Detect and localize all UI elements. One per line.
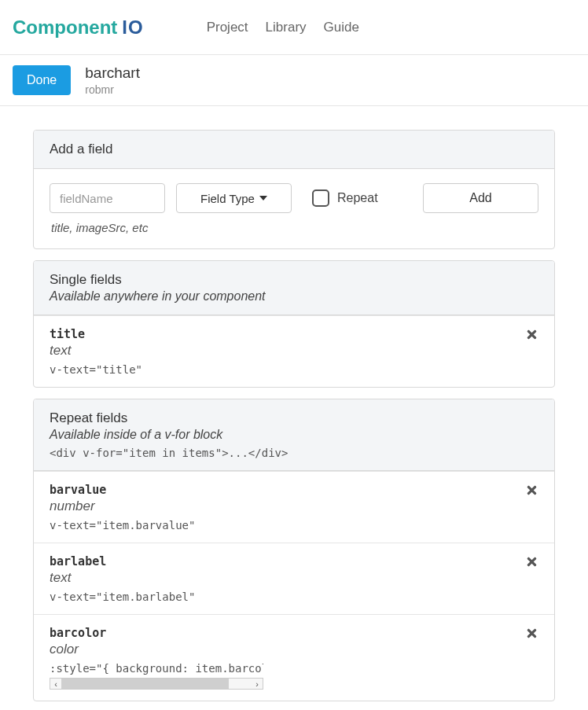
field-type: text	[50, 343, 538, 359]
content: Add a field Field Type Repeat Add title,…	[0, 106, 588, 710]
field-name: barcolor	[50, 626, 538, 640]
field-row: barvalue number v-text="item.barvalue"	[34, 471, 554, 543]
field-binding: v-text="item.barlabel"	[50, 590, 538, 603]
scroll-track[interactable]	[61, 679, 252, 689]
add-field-body: Field Type Repeat Add title, imageSrc, e…	[34, 169, 554, 248]
horizontal-scrollbar[interactable]: ‹ ›	[50, 678, 263, 690]
repeat-fields-card: Repeat fields Available inside of a v-fo…	[33, 399, 555, 701]
single-fields-subtitle: Available anywhere in your component	[50, 289, 538, 303]
top-nav: Component IO Project Library Guide	[0, 0, 588, 55]
field-name-hint: title, imageSrc, etc	[50, 221, 538, 234]
scroll-thumb[interactable]	[61, 679, 229, 689]
single-fields-title: Single fields	[50, 272, 538, 288]
single-fields-card: Single fields Available anywhere in your…	[33, 260, 555, 388]
logo[interactable]: Component IO	[13, 17, 144, 39]
delete-icon[interactable]	[525, 626, 538, 644]
nav-guide[interactable]: Guide	[324, 20, 359, 35]
add-field-row: Field Type Repeat Add	[50, 183, 538, 213]
delete-icon[interactable]	[525, 483, 538, 501]
field-type-dropdown[interactable]: Field Type	[176, 183, 292, 213]
logo-text-2: IO	[122, 17, 143, 39]
field-binding: v-text="item.barvalue"	[50, 519, 538, 532]
page-title: barchart	[85, 64, 140, 82]
field-type-label: Field Type	[200, 192, 255, 205]
field-name-input[interactable]	[50, 183, 165, 213]
field-row: barcolor color :style="{ background: ite…	[34, 614, 554, 701]
repeat-label: Repeat	[337, 191, 378, 205]
field-name: title	[50, 327, 538, 341]
add-field-header: Add a field	[34, 131, 554, 169]
nav-project[interactable]: Project	[207, 20, 248, 35]
repeat-fields-example: <div v-for="item in items">...</div>	[50, 447, 538, 459]
sub-header: Done barchart robmr	[0, 55, 588, 106]
single-fields-header: Single fields Available anywhere in your…	[34, 261, 554, 315]
field-name: barlabel	[50, 554, 538, 568]
field-row: barlabel text v-text="item.barlabel"	[34, 543, 554, 614]
field-row: title text v-text="title"	[34, 315, 554, 387]
done-button[interactable]: Done	[13, 65, 71, 95]
nav-library[interactable]: Library	[266, 20, 307, 35]
scroll-left-arrow[interactable]: ‹	[50, 679, 61, 689]
page-owner: robmr	[85, 83, 140, 96]
caret-down-icon	[259, 196, 267, 200]
field-name: barvalue	[50, 483, 538, 497]
field-binding: v-text="title"	[50, 363, 538, 376]
add-field-card: Add a field Field Type Repeat Add title,…	[33, 130, 555, 249]
delete-icon[interactable]	[525, 327, 538, 345]
add-field-title: Add a field	[50, 142, 538, 157]
repeat-fields-title: Repeat fields	[50, 410, 538, 426]
field-type: text	[50, 570, 538, 586]
nav-links: Project Library Guide	[207, 20, 359, 35]
field-type: number	[50, 498, 538, 514]
repeat-checkbox[interactable]	[312, 189, 329, 207]
delete-icon[interactable]	[525, 554, 538, 572]
repeat-fields-header: Repeat fields Available inside of a v-fo…	[34, 399, 554, 471]
field-type: color	[50, 642, 538, 657]
repeat-fields-subtitle: Available inside of a v-for block	[50, 428, 538, 442]
add-button[interactable]: Add	[423, 183, 538, 213]
field-binding: :style="{ background: item.barcolor }"	[50, 662, 263, 675]
logo-text-1: Component	[13, 17, 117, 39]
repeat-checkbox-wrap: Repeat	[312, 189, 378, 207]
scroll-right-arrow[interactable]: ›	[252, 679, 263, 689]
